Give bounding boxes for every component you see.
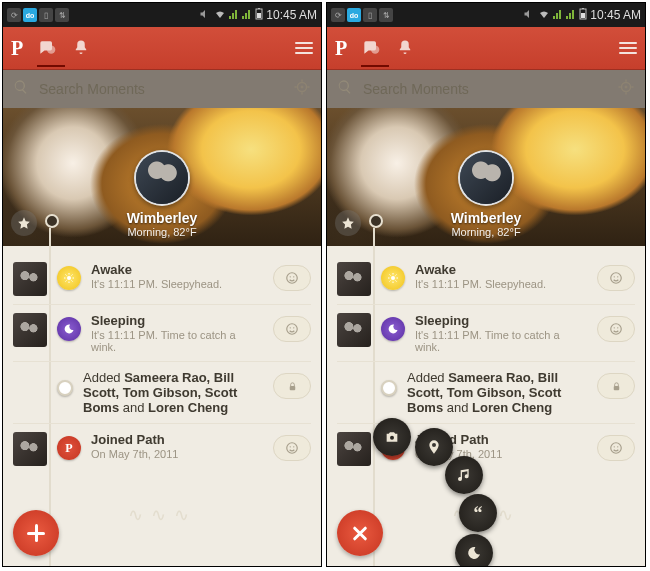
- entry-title: Joined Path: [91, 432, 165, 447]
- entry-thumbnail: [13, 313, 47, 347]
- svg-rect-19: [582, 8, 584, 9]
- status-do-icon: do: [23, 8, 37, 22]
- status-updates-icon: ⟳: [331, 8, 345, 22]
- compose-fab[interactable]: [13, 510, 59, 556]
- privacy-lock-button[interactable]: [597, 373, 635, 399]
- hero-cover: Wimberley Morning, 82°F: [3, 108, 321, 246]
- arc-sleep-button[interactable]: [455, 534, 493, 567]
- react-smile-button[interactable]: [273, 265, 311, 291]
- battery-icon: [255, 8, 263, 22]
- entry-title: Added Sameera Rao, Bill Scott, Tom Gibso…: [83, 370, 263, 415]
- chat-icon[interactable]: [361, 38, 381, 58]
- profile-name: Wimberley: [451, 210, 522, 226]
- path-logo[interactable]: P: [11, 37, 23, 60]
- timeline-entry-sleeping[interactable]: Sleeping It's 11:11 PM. Time to catch a …: [13, 305, 311, 362]
- react-smile-button[interactable]: [597, 316, 635, 342]
- mute-icon: [523, 8, 535, 22]
- status-do-icon: do: [347, 8, 361, 22]
- svg-point-28: [614, 327, 615, 328]
- svg-rect-1: [257, 13, 261, 18]
- profile-avatar[interactable]: [134, 150, 190, 206]
- search-bar[interactable]: [3, 70, 321, 108]
- svg-rect-30: [613, 386, 619, 390]
- profile-subtitle: Morning, 82°F: [451, 226, 520, 238]
- profile-name: Wimberley: [127, 210, 198, 226]
- svg-point-20: [371, 46, 379, 54]
- entry-title: Added Sameera Rao, Bill Scott, Tom Gibso…: [407, 370, 587, 415]
- entry-title: Sleeping: [415, 313, 469, 328]
- svg-point-9: [293, 276, 294, 277]
- menu-icon[interactable]: [295, 42, 313, 54]
- status-bar: ⟳ do ▯ ⇅ 10:45 AM: [327, 3, 645, 27]
- svg-point-33: [617, 446, 618, 447]
- svg-point-26: [617, 276, 618, 277]
- entry-title: Awake: [91, 262, 132, 277]
- react-smile-button[interactable]: [273, 435, 311, 461]
- small-dot-icon: [381, 380, 397, 396]
- search-bar[interactable]: [327, 70, 645, 108]
- profile-subtitle: Morning, 82°F: [127, 226, 196, 238]
- screen-left: ⟳ do ▯ ⇅: [2, 2, 322, 567]
- timeline-entry-sleeping[interactable]: Sleeping It's 11:11 PM. Time to catch a …: [337, 305, 635, 362]
- search-input[interactable]: [37, 80, 285, 98]
- svg-point-5: [301, 86, 303, 88]
- timeline-entry-awake[interactable]: Awake It's 11:11 PM. Sleepyhead.: [13, 254, 311, 305]
- entry-thumbnail: [13, 432, 47, 466]
- svg-point-12: [293, 327, 294, 328]
- entry-subtitle: It's 11:11 PM. Sleepyhead.: [415, 278, 587, 290]
- svg-point-8: [290, 276, 291, 277]
- search-input[interactable]: [361, 80, 609, 98]
- svg-point-10: [287, 324, 298, 335]
- status-updates-icon: ⟳: [7, 8, 21, 22]
- active-tab-indicator: [37, 65, 65, 67]
- svg-point-7: [287, 273, 298, 284]
- arc-quote-button[interactable]: “: [459, 494, 497, 532]
- menu-icon[interactable]: [619, 42, 637, 54]
- entry-subtitle: It's 11:11 PM. Sleepyhead.: [91, 278, 263, 290]
- moon-icon: [57, 317, 81, 341]
- svg-rect-18: [581, 13, 585, 18]
- react-smile-button[interactable]: [273, 316, 311, 342]
- moon-icon: [381, 317, 405, 341]
- privacy-lock-button[interactable]: [273, 373, 311, 399]
- search-icon: [337, 79, 353, 99]
- bell-icon[interactable]: [395, 38, 415, 58]
- mute-icon: [199, 8, 211, 22]
- locate-icon[interactable]: [617, 78, 635, 100]
- entry-thumbnail: [337, 262, 371, 296]
- svg-rect-13: [289, 386, 295, 390]
- status-bar: ⟳ do ▯ ⇅: [3, 3, 321, 27]
- sun-icon: [381, 266, 405, 290]
- svg-point-34: [390, 436, 394, 440]
- arc-place-button[interactable]: [415, 428, 453, 466]
- entry-thumbnail: [13, 262, 47, 296]
- path-icon: P: [57, 436, 81, 460]
- bell-icon[interactable]: [71, 38, 91, 58]
- svg-point-14: [287, 443, 298, 454]
- react-smile-button[interactable]: [597, 265, 635, 291]
- timeline-entry-joined[interactable]: P Joined Path On May 7th, 2011: [13, 424, 311, 474]
- entry-title: Sleeping: [91, 313, 145, 328]
- wifi-icon: [214, 8, 226, 22]
- svg-point-29: [617, 327, 618, 328]
- screen-right: ⟳ do ▯ ⇅ 10:45 AM P: [326, 2, 646, 567]
- timeline-entry-added-friends[interactable]: Added Sameera Rao, Bill Scott, Tom Gibso…: [337, 362, 635, 424]
- status-clock: 10:45 AM: [590, 8, 641, 22]
- arc-music-button[interactable]: [445, 456, 483, 494]
- react-smile-button[interactable]: [597, 435, 635, 461]
- arc-camera-button[interactable]: [373, 418, 411, 456]
- small-dot-icon: [57, 380, 73, 396]
- svg-point-15: [290, 446, 291, 447]
- profile-avatar[interactable]: [458, 150, 514, 206]
- svg-point-24: [611, 273, 622, 284]
- timeline-entry-added-friends[interactable]: Added Sameera Rao, Bill Scott, Tom Gibso…: [13, 362, 311, 424]
- timeline-entry-awake[interactable]: Awake It's 11:11 PM. Sleepyhead.: [337, 254, 635, 305]
- active-tab-indicator: [361, 65, 389, 67]
- svg-point-16: [293, 446, 294, 447]
- chat-icon[interactable]: [37, 38, 57, 58]
- compose-fab-close[interactable]: [337, 510, 383, 556]
- locate-icon[interactable]: [293, 78, 311, 100]
- path-logo[interactable]: P: [335, 37, 347, 60]
- svg-point-27: [611, 324, 622, 335]
- battery-icon: [579, 8, 587, 22]
